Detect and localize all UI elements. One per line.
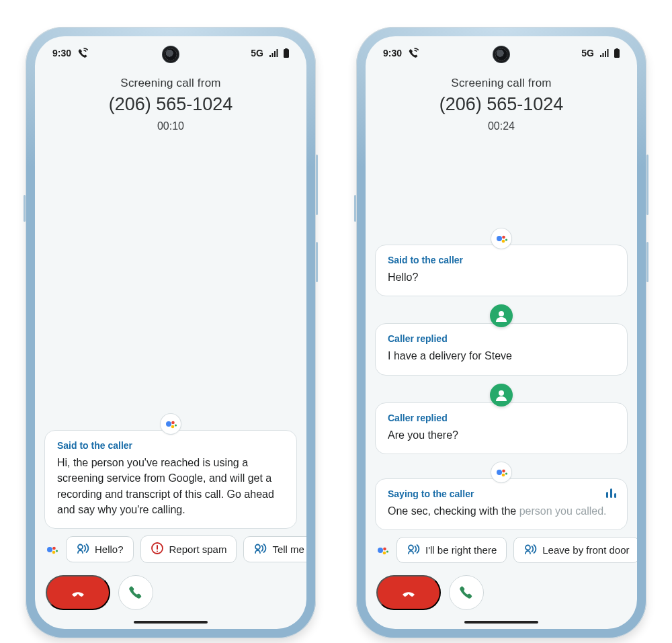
camera-cutout — [165, 48, 177, 60]
battery-icon — [614, 48, 620, 58]
caller-avatar-icon — [490, 384, 513, 406]
reply-chip-row[interactable]: I'll be right there Leave by front door — [366, 530, 637, 568]
voice-reply-icon — [76, 542, 89, 556]
suggested-reply-chip[interactable]: I'll be right there — [396, 537, 507, 563]
caller-number: (206) 565-1024 — [366, 94, 637, 115]
signal-icon — [599, 49, 609, 57]
card-text: One sec, checking with the person you ca… — [388, 503, 615, 519]
call-action-bar — [35, 568, 306, 629]
screening-title: Screening call from — [366, 77, 637, 90]
card-title: Caller replied — [388, 333, 615, 344]
reply-chip-row[interactable]: Hello? Report spam Tell me mo — [35, 529, 306, 568]
ongoing-call-icon — [407, 48, 419, 58]
call-action-bar — [366, 568, 637, 629]
chip-label: Leave by front door — [542, 544, 629, 556]
gesture-bar[interactable] — [464, 621, 538, 624]
answer-button[interactable] — [118, 575, 153, 610]
transcript-area: Said to the caller Hi, the person you've… — [35, 132, 306, 529]
call-timer: 00:10 — [35, 120, 306, 132]
card-title: Caller replied — [388, 413, 615, 423]
network-label: 5G — [581, 48, 594, 58]
card-text: Hi, the person you've reached is using a… — [57, 455, 284, 517]
battery-icon — [284, 48, 289, 58]
assistant-icon — [44, 543, 59, 556]
assistant-avatar-icon — [491, 462, 511, 482]
suggested-reply-chip[interactable]: Tell me mo — [243, 536, 306, 562]
chip-label: Report spam — [169, 544, 227, 555]
hang-up-button[interactable] — [376, 575, 441, 610]
hang-up-button[interactable] — [46, 575, 110, 610]
alert-icon — [151, 542, 164, 557]
transcript-card: Saying to the caller One sec, checking w… — [375, 478, 628, 530]
status-time: 9:30 — [383, 48, 402, 58]
suggested-reply-chip[interactable]: Hello? — [66, 536, 134, 562]
card-text: Hello? — [388, 269, 615, 285]
card-title: Saying to the caller — [388, 488, 615, 499]
gesture-bar[interactable] — [134, 621, 208, 624]
phone-mock: 9:30 5G Screening call from (206) 565-10… — [356, 27, 646, 638]
card-title: Said to the caller — [388, 255, 615, 265]
transcript-card: Said to the caller Hello? — [375, 245, 628, 296]
caller-avatar-icon — [490, 304, 513, 327]
screening-title: Screening call from — [35, 77, 306, 90]
card-title: Said to the caller — [57, 440, 284, 451]
call-timer: 00:24 — [366, 120, 637, 132]
chip-label: I'll be right there — [425, 544, 497, 556]
card-text: I have a delivery for Steve — [388, 348, 615, 363]
transcript-area: Said to the caller Hello? Caller replied… — [366, 132, 637, 530]
chip-label: Tell me mo — [272, 544, 306, 555]
network-label: 5G — [251, 48, 263, 58]
voice-reply-icon — [523, 543, 537, 557]
signal-icon — [269, 49, 278, 57]
transcript-card: Said to the caller Hi, the person you've… — [44, 430, 297, 529]
card-text: Are you there? — [388, 427, 615, 443]
voice-reply-icon — [407, 543, 420, 557]
status-time: 9:30 — [52, 48, 71, 58]
assistant-icon — [375, 544, 390, 557]
suggested-reply-chip[interactable]: Leave by front door — [513, 537, 637, 563]
suggested-reply-chip[interactable]: Report spam — [140, 535, 237, 563]
transcript-card: Caller replied Are you there? — [375, 402, 628, 454]
answer-button[interactable] — [449, 575, 484, 610]
transcript-card: Caller replied I have a delivery for Ste… — [375, 323, 628, 375]
voice-reply-icon — [253, 542, 267, 556]
speaking-indicator-icon — [606, 488, 616, 498]
camera-cutout — [495, 48, 507, 60]
caller-number: (206) 565-1024 — [35, 94, 306, 115]
chip-label: Hello? — [95, 544, 124, 555]
phone-mock: 9:30 5G Screening call from (206) 565-10… — [26, 27, 316, 638]
ongoing-call-icon — [77, 48, 89, 58]
